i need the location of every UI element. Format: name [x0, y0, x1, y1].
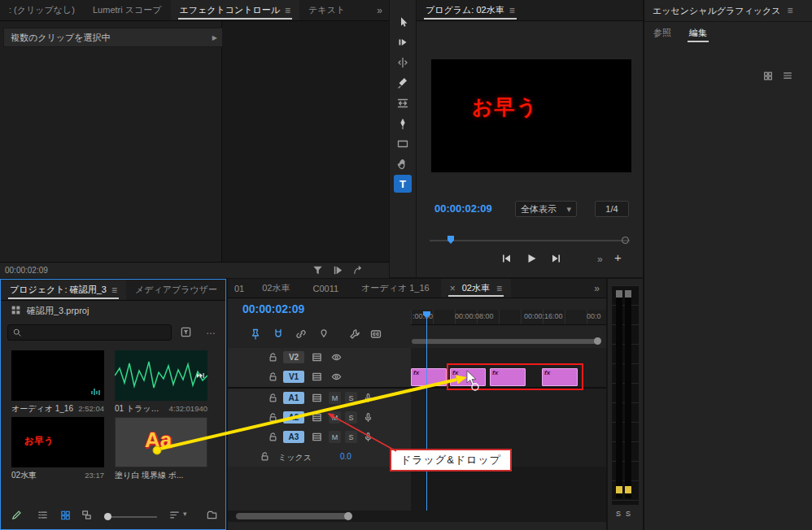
sync-lock-icon[interactable] [311, 371, 323, 383]
tab-sequence-01[interactable]: 01 [228, 279, 251, 298]
scrubber-zoom-handle[interactable] [622, 237, 629, 244]
project-item-graphic[interactable]: Aa 塗り白 境界線 ポ... [115, 417, 207, 481]
project-writable-pencil-icon[interactable] [11, 509, 23, 521]
panel-menu-icon[interactable]: ≡ [111, 285, 117, 295]
sync-lock-icon[interactable] [311, 351, 323, 363]
timeline-settings-wrench-icon[interactable] [348, 328, 361, 341]
project-item-track-audio[interactable]: 01 トラック...4:32:01940 [115, 350, 207, 415]
program-playhead[interactable] [447, 236, 454, 244]
selection-tool[interactable] [393, 12, 413, 32]
tab-edit[interactable]: 編集 [680, 22, 716, 43]
play-button[interactable] [525, 252, 538, 265]
track-lane[interactable] [411, 428, 606, 448]
track-header[interactable]: A1 M S [228, 389, 411, 409]
rectangle-tool[interactable] [393, 134, 413, 154]
sync-lock-icon[interactable] [311, 431, 323, 443]
essential-graphics-title[interactable]: エッセンシャルグラフィックス [644, 5, 781, 17]
track-header[interactable]: A3 M S [228, 428, 411, 448]
linked-selection-icon[interactable] [295, 328, 308, 341]
filter-bin-icon[interactable] [180, 326, 192, 338]
tab-program[interactable]: プログラム: 02水車 ≡ [417, 0, 524, 20]
tab-overflow-icon[interactable]: » [370, 0, 389, 20]
filter-effects-icon[interactable] [312, 264, 324, 276]
razor-tool[interactable] [393, 73, 413, 93]
mix-level-value[interactable]: 0.0 [340, 452, 351, 461]
solo-left-button[interactable]: S [616, 510, 621, 518]
loop-playback-icon[interactable] [352, 264, 365, 276]
sort-icon[interactable] [168, 509, 181, 521]
project-item-thumbnail[interactable]: お早う [11, 417, 104, 467]
timeline-clip-graphic[interactable]: fx [411, 368, 447, 386]
transport-overflow-icon[interactable]: » [597, 254, 603, 264]
track-badge-a3[interactable]: A3 [283, 431, 304, 443]
timeline-zoom-bar[interactable] [412, 339, 597, 344]
panel-menu-icon[interactable]: ≡ [496, 284, 502, 293]
list-view-icon[interactable] [782, 70, 793, 81]
tab-lumetri-scopes[interactable]: Lumetri スコープ [84, 0, 171, 20]
track-lock-icon[interactable] [267, 411, 279, 424]
track-lane[interactable] [411, 408, 606, 428]
tab-browse[interactable]: 参照 [644, 22, 680, 43]
pen-tool[interactable] [393, 114, 413, 133]
panel-menu-icon[interactable]: ≡ [788, 6, 793, 15]
program-scrubber-track[interactable] [430, 240, 630, 241]
fit-zoom-dropdown[interactable]: 全体表示 ▾ [515, 201, 577, 217]
step-forward-button[interactable] [550, 252, 563, 265]
track-badge-a1[interactable]: A1 [283, 392, 304, 404]
panel-menu-icon[interactable]: ≡ [285, 6, 290, 15]
track-badge-v2[interactable]: V2 [283, 351, 304, 363]
timeline-hscroll-handle[interactable] [344, 512, 352, 520]
more-options-icon[interactable]: … [206, 326, 216, 336]
tab-effect-controls[interactable]: エフェクトコントロール ≡ [171, 0, 300, 20]
zoom-slider-track[interactable] [107, 516, 157, 518]
track-badge-a2[interactable]: A2 [283, 411, 304, 424]
mute-button[interactable]: M [329, 431, 341, 443]
track-select-forward-tool[interactable] [393, 33, 413, 52]
solo-button[interactable]: S [345, 431, 357, 443]
type-tool[interactable]: T [394, 175, 412, 193]
captions-icon[interactable] [369, 328, 382, 341]
sync-lock-icon[interactable] [311, 392, 323, 404]
snap-magnet-icon[interactable] [272, 328, 285, 341]
playback-resolution-dropdown[interactable]: 1/4 [595, 201, 629, 217]
list-view-icon[interactable] [37, 509, 49, 521]
tab-active-sequence[interactable]: × 02水車 ≡ [441, 279, 511, 298]
project-item-sequence[interactable]: お早う 02水車23:17 [11, 417, 104, 481]
tab-media-browser[interactable]: メディアブラウザー [126, 280, 226, 300]
add-button[interactable]: + [614, 250, 622, 264]
expand-icon[interactable]: ▶ [212, 34, 222, 41]
project-item-thumbnail[interactable]: Aa [115, 417, 207, 467]
track-header[interactable]: V1 [228, 367, 411, 388]
track-header[interactable]: A2 M S [228, 408, 411, 428]
track-lock-icon[interactable] [267, 392, 279, 404]
tab-sequence-audio-1-16[interactable]: オーディオ 1_16 [350, 279, 441, 298]
timeline-playhead-line[interactable] [426, 318, 427, 510]
track-lock-icon[interactable] [267, 371, 279, 383]
freeform-view-icon[interactable] [81, 509, 93, 521]
sync-lock-icon[interactable] [311, 411, 323, 424]
project-item-thumbnail[interactable] [115, 350, 207, 401]
tab-source-no-clip[interactable]: : (クリップなし) [0, 0, 84, 20]
solo-right-button[interactable]: S [626, 510, 631, 518]
tab-project[interactable]: プロジェクト: 確認用_3 ≡ [1, 280, 126, 300]
tab-sequence-c0011[interactable]: C0011 [302, 279, 351, 298]
timeline-hscroll-thumb[interactable] [236, 513, 348, 519]
project-item-thumbnail[interactable] [11, 350, 104, 401]
icon-view-icon[interactable] [59, 509, 72, 521]
track-badge-v1[interactable]: V1 [283, 371, 304, 383]
zoom-slider-handle[interactable] [104, 513, 111, 520]
slip-tool[interactable] [393, 93, 413, 113]
hand-tool[interactable] [393, 154, 413, 174]
search-input[interactable] [7, 324, 172, 341]
insert-as-nest-icon[interactable] [249, 328, 262, 341]
step-back-button[interactable] [500, 252, 513, 265]
thumbnail-view-icon[interactable] [762, 70, 774, 81]
tab-text[interactable]: テキスト [299, 0, 354, 20]
solo-button[interactable]: S [345, 411, 357, 424]
solo-button[interactable]: S [345, 392, 357, 404]
ripple-edit-tool[interactable] [393, 53, 413, 72]
tab-sequence-02suisha[interactable]: 02水車 [251, 279, 301, 298]
track-output-eye-icon[interactable] [330, 371, 343, 383]
voice-record-mic-icon[interactable] [362, 392, 374, 404]
voice-record-mic-icon[interactable] [362, 431, 374, 443]
